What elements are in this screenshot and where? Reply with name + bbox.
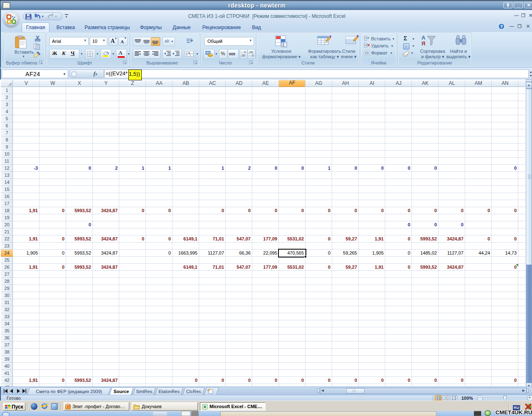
svg-text:Σ: Σ	[282, 42, 285, 47]
svg-text:a: a	[188, 51, 190, 54]
